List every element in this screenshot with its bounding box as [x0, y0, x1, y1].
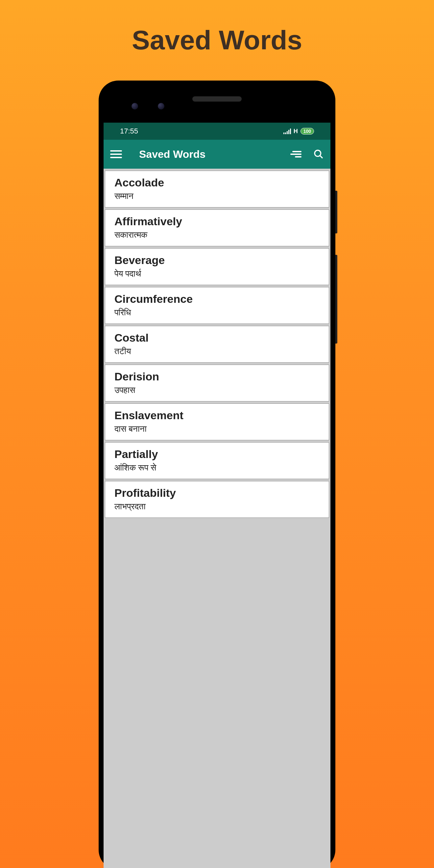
status-bar: 17:55 H 100: [103, 123, 331, 140]
word-hindi: लाभप्रदता: [115, 501, 319, 512]
word-card[interactable]: Beverage पेय पदार्थ: [105, 248, 329, 285]
word-hindi: परिधि: [115, 307, 319, 318]
word-hindi: पेय पदार्थ: [115, 269, 319, 279]
hero-title: Saved Words: [0, 0, 434, 56]
sort-icon[interactable]: [290, 151, 302, 157]
word-card[interactable]: Profitability लाभप्रदता: [105, 481, 329, 518]
word-card[interactable]: Enslavement दास बनाना: [105, 403, 329, 440]
phone-speaker: [192, 96, 242, 102]
svg-line-1: [320, 156, 322, 158]
word-hindi: तटीय: [115, 346, 319, 356]
network-type: H: [293, 128, 298, 135]
word-hindi: सकारात्मक: [115, 230, 319, 240]
word-hindi: सम्मान: [115, 191, 319, 201]
word-card[interactable]: Accolade सम्मान: [105, 170, 329, 208]
word-english: Enslavement: [115, 409, 319, 422]
word-english: Affirmatively: [115, 215, 319, 228]
word-english: Profitability: [115, 487, 319, 499]
word-hindi: उपहास: [115, 385, 319, 395]
phone-power-button: [335, 191, 337, 234]
word-card[interactable]: Affirmatively सकारात्मक: [105, 210, 329, 246]
word-list: Accolade सम्मान Affirmatively सकारात्मक …: [103, 169, 331, 868]
word-card[interactable]: Partially आंशिक रूप से: [105, 442, 329, 479]
signal-icon: [283, 128, 291, 134]
status-right: H 100: [283, 128, 314, 135]
word-english: Costal: [115, 332, 319, 344]
phone-screen: 17:55 H 100 Saved Words: [103, 123, 331, 868]
menu-icon[interactable]: [110, 150, 122, 158]
word-card[interactable]: Derision उपहास: [105, 365, 329, 401]
battery-indicator: 100: [301, 128, 314, 134]
app-bar-title: Saved Words: [139, 148, 290, 160]
word-english: Partially: [115, 448, 319, 461]
word-english: Accolade: [115, 176, 319, 189]
word-english: Derision: [115, 370, 319, 383]
search-icon[interactable]: [313, 149, 324, 159]
word-english: Circumference: [115, 292, 319, 305]
status-time: 17:55: [120, 127, 138, 135]
phone-camera: [131, 103, 138, 110]
phone-camera: [158, 103, 164, 110]
word-hindi: दास बनाना: [115, 424, 319, 434]
word-english: Beverage: [115, 254, 319, 267]
word-card[interactable]: Circumference परिधि: [105, 287, 329, 324]
svg-point-0: [315, 150, 321, 156]
word-card[interactable]: Costal तटीय: [105, 326, 329, 363]
phone-bezel-top: [103, 87, 331, 123]
phone-volume-button: [335, 255, 337, 344]
app-bar: Saved Words: [103, 140, 331, 169]
word-hindi: आंशिक रूप से: [115, 463, 319, 473]
phone-frame: 17:55 H 100 Saved Words: [99, 81, 335, 868]
